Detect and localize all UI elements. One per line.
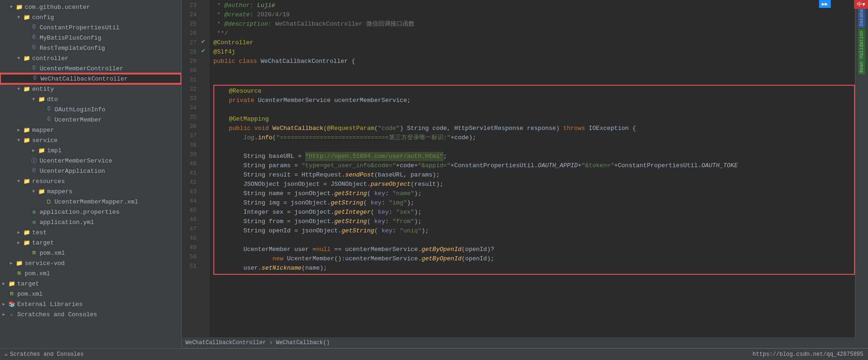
gutter-bookmark-27[interactable]: ✔	[201, 37, 205, 45]
code-line-45: Integer sex = jsonObject.getInteger( key…	[214, 208, 854, 217]
java-icon: ©	[30, 23, 38, 32]
folder-mappers-icon: 📁	[37, 187, 46, 196]
file-tree[interactable]: ▼ 📁 com.github.ucenter ▼ 📁 config © Cons…	[0, 0, 182, 348]
code-line-27: @Controller	[213, 38, 855, 48]
scratches-icon: ✏	[7, 310, 16, 319]
code-line-33: private UcenterMemberService ucenterMemb…	[214, 96, 854, 105]
tree-arrow-resources: ▼	[15, 179, 22, 184]
tree-arrow-service: ▼	[15, 138, 22, 143]
tree-item-application-properties[interactable]: ⚙ application.properties	[0, 207, 181, 217]
tree-item-pom3[interactable]: m pom.xml	[0, 289, 181, 299]
code-line-42: JSONObject jsonObject = JSONObject.parse…	[214, 180, 854, 189]
tree-item-UcenterMemberController[interactable]: © UcenterMemberController	[0, 63, 181, 74]
line-numbers: 23 24 25 26 27 28 29 30 31 32 33 34 35 3…	[182, 0, 200, 337]
tree-arrow-test: ▶	[15, 230, 22, 235]
code-line-43: String name = jsonObject.getString( key:…	[214, 189, 854, 198]
tree-item-RestTemplateConfig[interactable]: © RestTemplateConfig	[0, 43, 181, 53]
code-line-46: String from = jsonObject.getString( key:…	[214, 217, 854, 226]
tree-arrow-target-top: ▶	[0, 281, 7, 286]
tree-arrow-ext-lib: ▶	[0, 301, 7, 307]
code-area[interactable]: * @author: Lujie * @create: 2020/4/19 * …	[210, 0, 855, 337]
code-line-37: log.info("==============================…	[214, 133, 854, 143]
code-line-34	[214, 105, 854, 115]
tree-item-com-github[interactable]: ▼ 📁 com.github.ucenter	[0, 2, 181, 12]
tree-item-service[interactable]: ▼ 📁 service	[0, 135, 181, 145]
status-left: ✏ Scratches and Consoles	[5, 351, 749, 358]
status-bar: ✏ Scratches and Consoles https://blog.cs…	[0, 348, 868, 360]
prop-icon: ⚙	[30, 208, 38, 216]
scratches-status-icon: ✏	[5, 351, 8, 358]
tree-item-mappers[interactable]: ▼ 📁 mappers	[0, 186, 181, 197]
tree-arrow: ▼	[7, 5, 15, 10]
tree-item-test[interactable]: ▶ 📁 test	[0, 227, 181, 238]
code-line-40: String params = "type=get_user_info&code…	[214, 161, 854, 170]
java-icon-6: ©	[45, 105, 53, 114]
tree-item-config[interactable]: ▼ 📁 config	[0, 12, 181, 22]
tree-item-pom[interactable]: m pom.xml	[0, 248, 181, 258]
status-url[interactable]: https://blog.csdn.net/qq_42875895	[752, 351, 863, 358]
folder-service-icon: 📁	[22, 136, 31, 144]
tree-item-resources[interactable]: ▼ 📁 resources	[0, 176, 181, 186]
tree-item-application-yml[interactable]: ⚙ application.yml	[0, 217, 181, 227]
tree-item-UcenterMember-entity[interactable]: © UcenterMember	[0, 115, 181, 125]
tree-item-WeChatCallbackController[interactable]: © WeChatCallbackController	[0, 74, 181, 84]
folder-icon: 📁	[15, 3, 23, 11]
code-line-25: * @description: WeChatCallbackController…	[213, 20, 855, 29]
lib-icon: 📚	[7, 300, 16, 308]
tree-arrow-mappers: ▼	[30, 189, 37, 194]
folder-target-top-icon: 📁	[7, 279, 16, 288]
tree-item-target-top[interactable]: ▶ 📁 target	[0, 278, 181, 289]
java-icon-2: ©	[30, 34, 38, 42]
top-badge-right[interactable]: 中▼	[854, 0, 868, 9]
code-line-51: user.setNickname(name);	[214, 264, 854, 273]
tree-item-target-inner[interactable]: ▶ 📁 target	[0, 238, 181, 248]
tree-item-ConstantPropertiesUtil[interactable]: © ConstantPropertiesUtil	[0, 22, 181, 33]
top-badge-left[interactable]: ▶▶	[819, 0, 831, 8]
tree-item-dto[interactable]: ▼ 📁 dto	[0, 94, 181, 104]
code-line-29: public class WeChatCallbackController {	[213, 57, 855, 66]
tree-item-service-vod[interactable]: ▶ 📁 service-vod	[0, 258, 181, 268]
tree-item-UcenterMemberMapper[interactable]: 🗋 UcenterMemberMapper.xml	[0, 197, 181, 207]
tree-item-UcenterMemberService[interactable]: Ⓘ UcenterMemberService	[0, 156, 181, 166]
folder-mapper-icon: 📁	[22, 126, 31, 134]
code-line-23: * @author: Lujie	[213, 1, 855, 10]
java-icon-7: ©	[45, 115, 53, 124]
java-icon-8: ©	[30, 167, 38, 175]
code-line-38	[214, 143, 854, 152]
folder-controller-icon: 📁	[22, 54, 31, 62]
tree-arrow-impl: ▶	[30, 148, 37, 153]
yml-icon: ⚙	[30, 218, 38, 226]
java-icon-5: ©	[31, 75, 39, 83]
tree-item-UcenterApplication[interactable]: © UcenterApplication	[0, 166, 181, 176]
status-scratches-label[interactable]: ✏ Scratches and Consoles	[5, 351, 84, 358]
tree-item-MyBatisPlusConfig[interactable]: © MyBatisPlusConfig	[0, 33, 181, 43]
code-line-24: * @create: 2020/4/19	[213, 10, 855, 20]
tree-item-controller[interactable]: ▼ 📁 controller	[0, 53, 181, 63]
breadcrumb: WeChatCallbackController › WeChatCallbac…	[185, 340, 330, 346]
xml-icon-3: m	[15, 269, 23, 278]
editor-content: 23 24 25 26 27 28 29 30 31 32 33 34 35 3…	[182, 0, 868, 337]
folder-dto-icon: 📁	[37, 95, 46, 103]
tree-item-pom2[interactable]: m pom.xml	[0, 268, 181, 278]
bean-validation-badge[interactable]: Bean Validation	[858, 29, 865, 75]
folder-config-icon: 📁	[22, 13, 31, 21]
tree-arrow-mapper: ▶	[15, 127, 22, 133]
tree-arrow-target-inner: ▶	[15, 240, 22, 245]
code-line-36: public void WeChatCallback(@RequestParam…	[214, 124, 854, 133]
tree-arrow-config: ▼	[15, 15, 22, 20]
tree-item-external-libraries[interactable]: ▶ 📚 External Libraries	[0, 299, 181, 309]
gutter-bookmark-29[interactable]: ✔	[201, 47, 205, 54]
code-line-44: String img = jsonObject.getString( key: …	[214, 198, 854, 208]
tree-item-entity[interactable]: ▼ 📁 entity	[0, 84, 181, 94]
tree-item-mapper[interactable]: ▶ 📁 mapper	[0, 125, 181, 135]
code-line-30	[213, 66, 855, 75]
tree-item-scratches[interactable]: ▶ ✏ Scratches and Consoles	[0, 309, 181, 319]
editor-panel: 23 24 25 26 27 28 29 30 31 32 33 34 35 3…	[182, 0, 868, 348]
tree-item-OAuthLoginInfo[interactable]: © OAuthLoginInfo	[0, 104, 181, 115]
folder-test-icon: 📁	[22, 228, 31, 237]
tree-item-impl[interactable]: ▶ 📁 impl	[0, 145, 181, 156]
tree-arrow-entity: ▼	[15, 87, 22, 92]
code-line-26: **/	[213, 29, 855, 38]
code-line-35: @GetMapping	[214, 115, 854, 124]
code-line-50: new UcenterMember():ucenterMemberService…	[214, 254, 854, 264]
